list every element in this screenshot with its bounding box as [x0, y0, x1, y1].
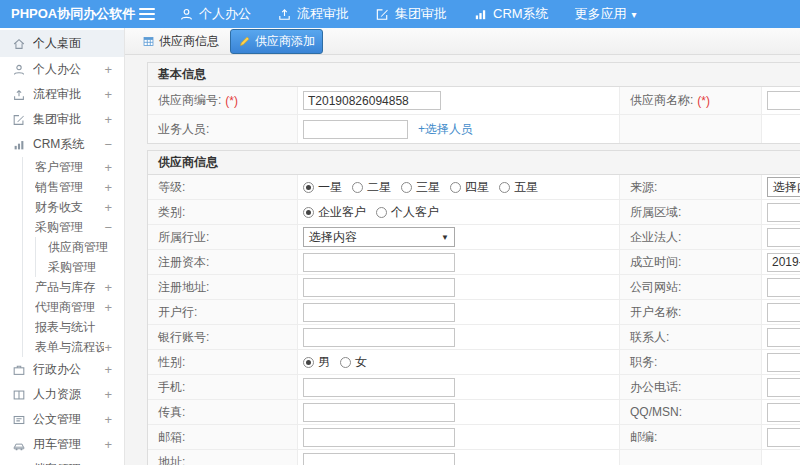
region-input[interactable]: [767, 203, 800, 222]
category-radio-1[interactable]: 企业客户: [303, 204, 366, 221]
mobile-input[interactable]: [303, 378, 455, 397]
sidebar-item[interactable]: 代理商管理+: [23, 297, 124, 317]
sidebar-item-label: 公文管理: [33, 411, 104, 428]
sidebar-item[interactable]: 采购管理: [36, 257, 124, 277]
sidebar-item[interactable]: CRM系统−: [0, 132, 124, 157]
sidebar-item[interactable]: 报表与统计: [23, 317, 124, 337]
gender-radio-1[interactable]: 男: [303, 354, 330, 371]
expand-icon[interactable]: +: [104, 160, 114, 175]
expand-icon[interactable]: +: [104, 437, 114, 452]
email-input[interactable]: [303, 428, 455, 447]
sidebar-item[interactable]: 个人办公+: [0, 57, 124, 82]
gender-radio-2[interactable]: 女: [340, 354, 367, 371]
level-radio-3[interactable]: 三星: [401, 179, 440, 196]
collapse-icon[interactable]: −: [104, 137, 114, 152]
source-select[interactable]: 选择内容▼: [767, 177, 800, 197]
region-field: [762, 200, 800, 224]
expand-icon[interactable]: +: [104, 62, 114, 77]
sidebar-item[interactable]: 行政办公+: [0, 357, 124, 382]
position-input[interactable]: [767, 353, 800, 372]
doc-icon: [12, 413, 26, 427]
bank-input[interactable]: [303, 303, 455, 322]
supplier-code-input[interactable]: [303, 91, 441, 110]
level-radio-5[interactable]: 五星: [499, 179, 538, 196]
founding-time-input[interactable]: [767, 253, 800, 272]
tabbar: 供应商信息供应商添加: [125, 28, 800, 55]
select-person-link[interactable]: +选择人员: [418, 121, 473, 138]
expand-icon[interactable]: +: [104, 300, 114, 315]
registered-address-input[interactable]: [303, 278, 455, 297]
topnav-item-5[interactable]: 更多应用▾: [575, 5, 637, 23]
expand-icon[interactable]: +: [104, 340, 114, 355]
topnav-item-3[interactable]: 集团审批: [375, 5, 447, 23]
process-icon: [277, 7, 292, 22]
empty-label-cell: [620, 115, 762, 143]
supplier-name-input[interactable]: [767, 91, 800, 110]
industry-label: 所属行业:: [148, 225, 298, 249]
sidebar-item[interactable]: 人力资源+: [0, 382, 124, 407]
field-label: 性别:: [158, 354, 185, 371]
address-input[interactable]: [303, 453, 455, 465]
process-icon: [12, 88, 26, 102]
account-name-field: [762, 300, 800, 324]
bank-account-input[interactable]: [303, 328, 455, 347]
email-label: 邮箱:: [148, 425, 298, 449]
sidebar-item[interactable]: 销售管理+: [23, 177, 124, 197]
sidebar-item[interactable]: 流程审批+: [0, 82, 124, 107]
sidebar-item[interactable]: 产品与库存+: [23, 277, 124, 297]
sidebar-item[interactable]: 财务收支+: [23, 197, 124, 217]
form-row: 邮箱:邮编:: [148, 425, 800, 450]
tab-1[interactable]: 供应商信息: [135, 30, 226, 53]
registered-capital-input[interactable]: [303, 253, 455, 272]
expand-icon[interactable]: +: [104, 280, 114, 295]
field-label: 供应商编号:: [158, 92, 221, 109]
industry-select[interactable]: 选择内容▼: [303, 227, 455, 247]
sidebar-item[interactable]: 个人桌面: [0, 30, 124, 57]
fax-input[interactable]: [303, 403, 455, 422]
company-website-input[interactable]: [767, 278, 800, 297]
expand-icon[interactable]: +: [104, 87, 114, 102]
category-radio-2[interactable]: 个人客户: [376, 204, 439, 221]
expand-icon[interactable]: +: [104, 112, 114, 127]
topnav-item-2[interactable]: 流程审批: [277, 5, 349, 23]
level-radio-1[interactable]: 一星: [303, 179, 342, 196]
hamburger-icon[interactable]: [139, 8, 155, 20]
sidebar-item[interactable]: 用车管理+: [0, 432, 124, 457]
account-name-input[interactable]: [767, 303, 800, 322]
expand-icon[interactable]: +: [104, 412, 114, 427]
expand-icon[interactable]: +: [104, 387, 114, 402]
topnav-item-4[interactable]: CRM系统: [473, 5, 549, 23]
business-person-input[interactable]: [303, 120, 408, 139]
chart-icon: [12, 138, 26, 152]
address-label: 地址:: [148, 450, 298, 465]
sidebar-item[interactable]: 客户管理+: [23, 157, 124, 177]
level-radio-4[interactable]: 四星: [450, 179, 489, 196]
sidebar-item[interactable]: 表单与流程设置+: [23, 337, 124, 357]
expand-icon[interactable]: +: [104, 180, 114, 195]
bank-field: [298, 300, 620, 324]
qq-msn-input[interactable]: [767, 403, 800, 422]
sidebar-item[interactable]: 公文管理+: [0, 407, 124, 432]
collapse-icon[interactable]: −: [104, 220, 114, 235]
sidebar-item[interactable]: 供应商管理: [36, 237, 124, 257]
contact-person-input[interactable]: [767, 328, 800, 347]
radio-label: 五星: [514, 179, 538, 196]
radio-label: 三星: [416, 179, 440, 196]
level-radio-2[interactable]: 二星: [352, 179, 391, 196]
sidebar-item[interactable]: 采购管理−: [23, 217, 124, 237]
expand-icon[interactable]: +: [104, 200, 114, 215]
sidebar-item-label: 集团审批: [33, 111, 104, 128]
zipcode-input[interactable]: [767, 428, 800, 447]
tab-2[interactable]: 供应商添加: [230, 29, 323, 54]
sidebar-item[interactable]: 集团审批+: [0, 107, 124, 132]
topnav-item-label: 更多应用: [575, 5, 627, 23]
form-section: 供应商信息等级:一星二星三星四星五星来源:选择内容▼类别:企业客户个人客户所属区…: [147, 150, 800, 465]
qq-msn-label: QQ/MSN:: [620, 400, 762, 424]
topnav-item-1[interactable]: 个人办公: [179, 5, 251, 23]
office-phone-input[interactable]: [767, 378, 800, 397]
legal-person-input[interactable]: [767, 228, 800, 247]
sidebar-item[interactable]: 档案管理+: [0, 457, 124, 465]
mobile-field: [298, 375, 620, 399]
expand-icon[interactable]: +: [104, 362, 114, 377]
table-icon: [142, 35, 155, 48]
